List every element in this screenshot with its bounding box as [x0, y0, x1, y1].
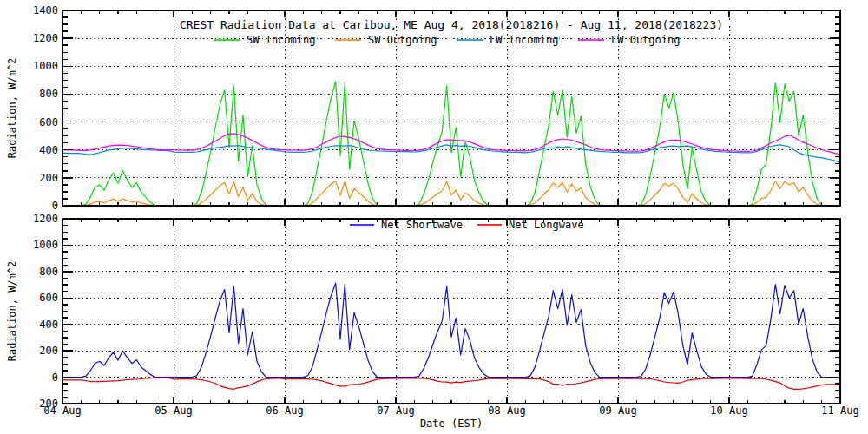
y-tick-label: 800	[39, 88, 58, 100]
y-tick-label: 1000	[33, 60, 58, 72]
series-sw-incoming-line	[62, 82, 840, 206]
legend-label-net-longwave: Net Longwave	[509, 219, 584, 231]
radiation-chart-svg: CREST Radiation Data at Caribou, ME Aug …	[0, 0, 868, 434]
y-tick-label: 800	[39, 266, 58, 278]
y-tick-label: 400	[39, 144, 58, 156]
series-sw-outgoing-line	[62, 181, 840, 206]
x-tick-label-10-Aug: 10-Aug	[710, 404, 747, 417]
x-tick-label-09-Aug: 09-Aug	[599, 404, 636, 417]
chart-title: CREST Radiation Data at Caribou, ME Aug …	[180, 18, 723, 31]
radiation-chart-page: CREST Radiation Data at Caribou, ME Aug …	[0, 0, 868, 434]
y-tick-label: 0	[52, 372, 58, 384]
legend-label-lw-incoming: LW Incoming	[490, 34, 558, 46]
y-tick-label: 200	[39, 345, 58, 357]
legend-label-net-shortwave: Net Shortwave	[381, 219, 463, 231]
y-tick-label: 1400	[33, 4, 58, 16]
y-axis-title-panel-1: Radiation, W/m^2	[6, 58, 18, 159]
y-tick-label: 600	[39, 116, 58, 128]
y-tick-label: 0	[52, 200, 58, 212]
y-tick-label: 1200	[33, 32, 58, 44]
y-tick-label: 400	[39, 319, 58, 331]
y-tick-label: 1000	[33, 239, 58, 251]
x-tick-label-05-Aug: 05-Aug	[155, 404, 192, 417]
x-tick-label-06-Aug: 06-Aug	[266, 404, 303, 417]
legend-label-lw-outgoing: LW Outgoing	[611, 34, 680, 46]
y-tick-label: 600	[39, 292, 58, 304]
series-net-longwave-line	[62, 378, 840, 390]
legend-label-sw-incoming: SW Incoming	[247, 34, 315, 46]
y-axis-title-panel-2: Radiation, W/m^2	[6, 261, 18, 362]
x-axis-title: Date (EST)	[420, 418, 483, 430]
panel-1-frame	[62, 10, 840, 206]
x-tick-label-08-Aug: 08-Aug	[488, 404, 525, 417]
x-tick-label-11-Aug: 11-Aug	[821, 404, 858, 417]
x-tick-label-04-Aug: 04-Aug	[43, 404, 81, 417]
legend-label-sw-outgoing: SW Outgoing	[368, 34, 437, 46]
panel-2-frame	[62, 219, 840, 404]
series-net-shortwave-line	[62, 283, 840, 377]
y-tick-label: 1200	[33, 213, 58, 225]
y-tick-label: 200	[39, 172, 58, 184]
x-tick-label-07-Aug: 07-Aug	[377, 404, 414, 417]
